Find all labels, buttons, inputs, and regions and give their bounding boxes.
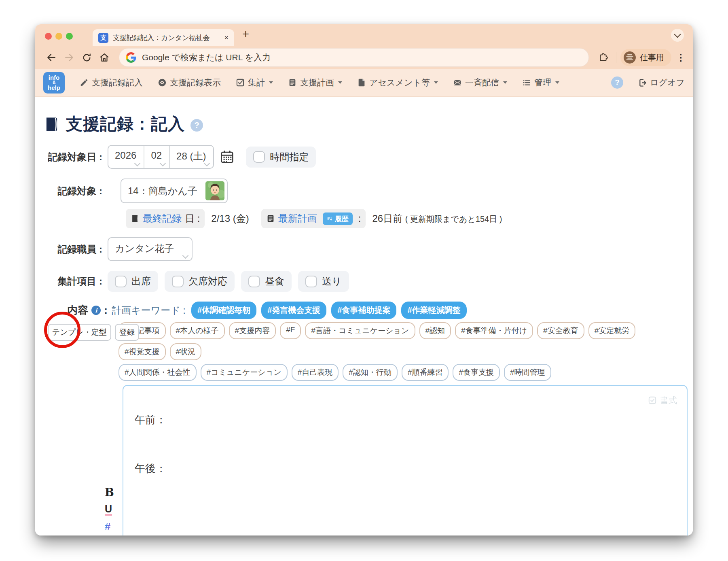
chevron-down-icon	[434, 81, 438, 84]
info-icon[interactable]: i	[91, 306, 101, 315]
record-meta-row: 最終記録日 : 2/13 (金) 最新計画 履歴 : 26日前 ( 更新期限まで…	[126, 209, 693, 228]
new-tab-button[interactable]: +	[242, 28, 249, 41]
info-help-logo[interactable]: info&help	[43, 72, 65, 94]
zoom-window-button[interactable]	[66, 33, 73, 40]
tally-option-lunch[interactable]: 昼食	[241, 271, 292, 292]
sort-down-icon	[327, 216, 333, 222]
nav-item-admin[interactable]: 管理	[522, 77, 559, 88]
profile-avatar	[624, 51, 636, 64]
browser-tab[interactable]: 支 支援記録記入：カンタン福祉会 ×	[93, 29, 234, 46]
nav-item-record-view[interactable]: 支援記録表示	[158, 77, 221, 88]
day-select[interactable]: 28 (土)	[169, 146, 213, 168]
date-select-group: 2026 02 28 (土)	[108, 145, 214, 169]
tag-pill[interactable]: #状況	[170, 343, 202, 360]
profile-chip[interactable]: 仕事用	[620, 49, 671, 66]
tag-pill[interactable]: #自己表現	[292, 364, 339, 381]
home-button[interactable]	[99, 52, 110, 63]
eye-icon	[158, 78, 167, 87]
tag-pill[interactable]: #食事支援	[453, 364, 500, 381]
record-editor: B U # 午前： 午後： 書式 記録する (A	[105, 385, 693, 536]
transport-checkbox[interactable]	[305, 276, 317, 287]
tab-favicon: 支	[98, 33, 108, 43]
record-textarea[interactable]: 午前： 午後： 書式	[123, 385, 688, 536]
chevron-down-icon	[182, 253, 189, 259]
nav-item-assessment[interactable]: アセスメント等	[357, 77, 438, 88]
nav-item-tally[interactable]: 集計	[236, 77, 273, 88]
tag-pill[interactable]: #人間関係・社会性	[119, 364, 197, 381]
logoff-label: ログオフ	[650, 77, 685, 88]
tag-row-1: #特記事項 #本人の様子 #支援内容 #F #言語・コミュニケーション #認知 …	[119, 322, 681, 360]
month-select[interactable]: 02	[144, 146, 169, 168]
nav-label: 支援記録表示	[170, 77, 221, 88]
tag-pill[interactable]: #F	[280, 322, 301, 339]
close-window-button[interactable]	[45, 33, 52, 40]
nav-label: 集計	[248, 77, 265, 88]
tag-pill[interactable]: #安全教育	[537, 322, 584, 339]
template-button[interactable]: テンプレ・定型	[48, 324, 111, 341]
reload-icon	[82, 53, 92, 63]
page-help-button[interactable]: ?	[190, 119, 203, 132]
plan-keyword-pill[interactable]: #作業軽減調整	[401, 302, 466, 319]
last-record-link[interactable]: 最終記録	[143, 212, 182, 225]
tag-pill[interactable]: #本人の様子	[170, 322, 225, 339]
tag-pill[interactable]: #時間管理	[504, 364, 551, 381]
register-button[interactable]: 登録	[115, 324, 139, 341]
check-square-icon	[236, 78, 245, 87]
lunch-checkbox[interactable]	[248, 276, 260, 287]
tally-option-absence[interactable]: 欠席対応	[165, 271, 235, 292]
tag-pill[interactable]: #認知・行動	[343, 364, 398, 381]
time-specify-option[interactable]: 時間指定	[246, 147, 316, 168]
client-avatar	[205, 181, 224, 200]
logoff-button[interactable]: ログオフ	[638, 77, 685, 88]
extensions-button[interactable]	[598, 53, 608, 63]
profile-label: 仕事用	[640, 52, 664, 63]
plan-keyword-pill[interactable]: #食事補助提案	[331, 302, 396, 319]
staff-select[interactable]: カンタン花子	[108, 237, 193, 261]
tab-close-icon[interactable]: ×	[224, 34, 229, 42]
nav-label: 管理	[534, 77, 551, 88]
bold-button[interactable]: B	[105, 487, 114, 498]
minimize-window-button[interactable]	[55, 33, 62, 40]
tab-title: 支援記録記入：カンタン福祉会	[113, 33, 221, 42]
back-button[interactable]	[46, 52, 57, 63]
tally-option-label: 昼食	[265, 275, 284, 288]
tag-pill[interactable]: #順番練習	[402, 364, 449, 381]
plan-keyword-pill[interactable]: #体調確認毎朝	[191, 302, 256, 319]
last-record-suffix: 日 :	[185, 212, 200, 225]
history-button[interactable]: 履歴	[323, 212, 353, 225]
latest-plan-link[interactable]: 最新計画	[278, 212, 317, 225]
tag-pill[interactable]: #視覚支援	[119, 343, 166, 360]
nav-item-broadcast[interactable]: 一斉配信	[453, 77, 507, 88]
tag-pill[interactable]: #言語・コミュニケーション	[305, 322, 415, 339]
absence-checkbox[interactable]	[172, 276, 184, 287]
address-bar[interactable]: Google で検索または URL を入力	[119, 48, 589, 67]
year-select[interactable]: 2026	[108, 146, 144, 168]
history-label: 履歴	[335, 214, 349, 223]
reload-button[interactable]	[82, 53, 92, 63]
tab-search-button[interactable]	[671, 29, 684, 42]
tally-option-transport[interactable]: 送り	[298, 271, 349, 292]
content-label: 内容	[67, 303, 88, 317]
tag-pill[interactable]: #安定就労	[588, 322, 636, 339]
underline-button[interactable]: U	[105, 504, 112, 516]
browser-window: 支 支援記録記入：カンタン福祉会 × + Google で検索または URL を…	[35, 24, 693, 536]
help-button[interactable]: ?	[611, 76, 623, 89]
record-target-select[interactable]: 14：簡島かん子	[121, 178, 228, 203]
tally-option-attendance[interactable]: 出席	[108, 271, 158, 292]
plan-keyword-pill[interactable]: #発言機会支援	[261, 302, 326, 319]
time-specify-checkbox[interactable]	[253, 151, 265, 163]
tag-pill[interactable]: #コミュニケーション	[201, 364, 288, 381]
tag-pill[interactable]: #食事準備・片付け	[455, 322, 533, 339]
tag-pill[interactable]: #認知	[419, 322, 451, 339]
nav-item-record-entry[interactable]: 支援記録記入	[80, 77, 143, 88]
nav-label: 支援計画	[300, 77, 334, 88]
nav-item-support-plan[interactable]: 支援計画	[288, 77, 342, 88]
forward-button[interactable]	[64, 52, 74, 63]
tally-row: 集計項目 : 出席 欠席対応 昼食 送り	[38, 271, 693, 292]
calendar-picker-button[interactable]	[220, 149, 235, 164]
browser-menu-button[interactable]: ⋮	[676, 52, 686, 63]
hashtag-button[interactable]: #	[105, 521, 110, 532]
tag-pill[interactable]: #支援内容	[229, 322, 276, 339]
format-button[interactable]: 書式	[644, 390, 681, 411]
attendance-checkbox[interactable]	[115, 276, 127, 287]
